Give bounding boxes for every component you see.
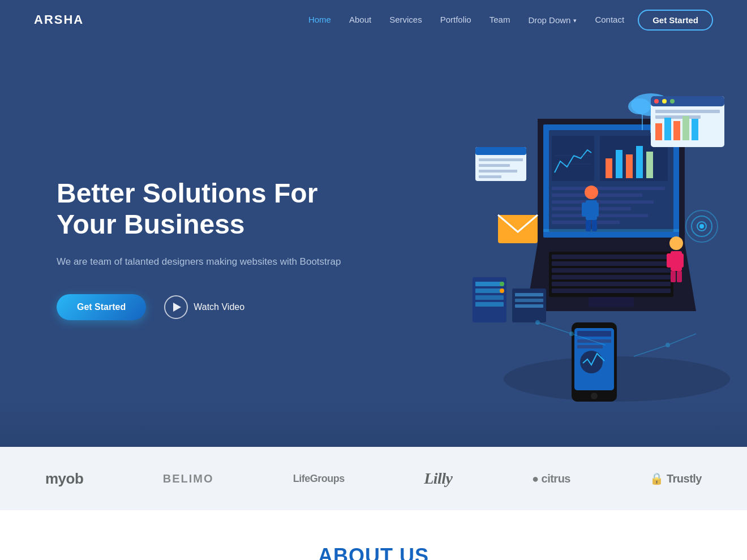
svg-line-88	[668, 334, 696, 345]
partner-lilly: Lilly	[424, 469, 452, 488]
svg-rect-32	[577, 331, 611, 337]
nav-item-about[interactable]: About	[349, 15, 371, 25]
partner-trustly-label: 🔒 Trustly	[650, 472, 702, 485]
svg-rect-8	[552, 282, 671, 286]
svg-point-57	[662, 99, 667, 104]
svg-rect-41	[475, 302, 504, 307]
hero-actions: Get Started Watch Video	[57, 294, 351, 320]
nav-link-about[interactable]: About	[349, 15, 371, 24]
svg-point-73	[669, 236, 683, 250]
nav-link-portfolio[interactable]: Portfolio	[440, 15, 471, 24]
svg-rect-70	[594, 203, 599, 217]
svg-rect-71	[586, 220, 591, 231]
nav-link-team[interactable]: Team	[490, 15, 510, 24]
svg-rect-77	[671, 271, 676, 282]
svg-rect-7	[552, 275, 671, 279]
svg-rect-16	[616, 150, 622, 178]
partner-myob-label: myob	[45, 470, 83, 488]
partner-lifegroups: LifeGroups	[293, 473, 345, 485]
svg-rect-15	[606, 158, 612, 178]
partner-lilly-label: Lilly	[424, 469, 452, 488]
svg-rect-20	[552, 136, 594, 181]
svg-rect-9	[552, 288, 671, 293]
svg-rect-6	[552, 268, 671, 273]
partner-belimo-label: BELIMO	[163, 472, 214, 485]
svg-point-89	[535, 320, 540, 325]
svg-rect-23	[552, 187, 665, 190]
svg-rect-46	[515, 299, 543, 302]
partner-citrus: ● citrus	[532, 472, 570, 485]
navbar: ARSHA Home About Services Portfolio Team…	[0, 0, 747, 40]
about-title: ABOUT US	[45, 544, 702, 560]
svg-rect-76	[679, 253, 684, 268]
svg-rect-55	[651, 96, 724, 106]
svg-point-36	[591, 393, 598, 399]
svg-point-85	[569, 331, 574, 336]
svg-rect-45	[515, 293, 543, 296]
svg-point-58	[670, 99, 675, 104]
watch-video-button[interactable]: Watch Video	[164, 295, 244, 319]
svg-point-67	[585, 186, 598, 199]
nav-link-home[interactable]: Home	[308, 15, 331, 24]
nav-item-contact[interactable]: Contact	[595, 15, 624, 25]
nav-item-dropdown[interactable]: Drop Down ▾	[528, 15, 577, 25]
svg-rect-60	[655, 115, 701, 119]
svg-rect-19	[646, 152, 653, 178]
nav-item-services[interactable]: Services	[389, 15, 422, 25]
brand-logo[interactable]: ARSHA	[34, 12, 84, 27]
svg-rect-91	[475, 147, 526, 155]
partner-belimo: BELIMO	[163, 472, 214, 485]
svg-rect-75	[667, 253, 672, 268]
svg-rect-4	[552, 255, 671, 259]
nav-dropdown-toggle[interactable]: Drop Down ▾	[528, 15, 577, 25]
nav-cta-button[interactable]: Get Started	[638, 10, 713, 31]
svg-rect-39	[475, 288, 504, 293]
svg-rect-65	[692, 119, 698, 140]
svg-point-42	[500, 282, 504, 286]
play-icon	[164, 295, 188, 319]
partner-lifegroups-label: LifeGroups	[293, 473, 345, 485]
nav-link-contact[interactable]: Contact	[595, 15, 624, 24]
hero-cta-button[interactable]: Get Started	[57, 294, 146, 320]
about-section: ABOUT US	[0, 510, 747, 560]
partner-citrus-label: ● citrus	[532, 472, 570, 485]
svg-rect-38	[475, 282, 504, 286]
svg-rect-61	[655, 123, 662, 140]
svg-rect-95	[479, 175, 501, 178]
nav-item-portfolio[interactable]: Portfolio	[440, 15, 471, 25]
svg-rect-27	[552, 214, 648, 217]
watch-video-label: Watch Video	[194, 302, 244, 312]
svg-point-49	[628, 98, 651, 114]
svg-rect-64	[682, 116, 689, 140]
svg-rect-78	[677, 271, 682, 282]
svg-rect-69	[582, 203, 587, 217]
svg-rect-18	[636, 146, 643, 178]
nav-item-home[interactable]: Home	[308, 15, 331, 25]
svg-rect-29	[543, 229, 679, 232]
svg-line-84	[538, 322, 572, 334]
svg-rect-94	[479, 170, 517, 173]
hero-title: Better Solutions For Your Business	[57, 178, 351, 240]
svg-rect-5	[552, 261, 671, 266]
svg-rect-72	[592, 220, 597, 231]
partners-strip: myob BELIMO LifeGroups Lilly ● citrus 🔒 …	[0, 447, 747, 510]
svg-rect-47	[515, 304, 543, 308]
svg-line-86	[634, 345, 668, 356]
svg-rect-93	[479, 164, 510, 167]
hero-subtitle: We are team of talanted designers making…	[57, 254, 351, 269]
nav-item-team[interactable]: Team	[490, 15, 510, 25]
svg-rect-34	[577, 345, 603, 348]
nav-links: Home About Services Portfolio Team Drop …	[308, 15, 624, 25]
partner-myob: myob	[45, 470, 83, 488]
hero-illustration	[379, 62, 730, 424]
svg-point-56	[654, 99, 659, 104]
svg-rect-25	[552, 200, 654, 204]
play-triangle-icon	[173, 303, 181, 312]
hero-content: Better Solutions For Your Business We ar…	[57, 155, 351, 320]
svg-rect-92	[479, 158, 523, 161]
svg-rect-10	[589, 297, 634, 307]
nav-link-services[interactable]: Services	[389, 15, 422, 24]
svg-rect-40	[475, 295, 504, 300]
svg-rect-63	[673, 121, 680, 140]
hero-section: Better Solutions For Your Business We ar…	[0, 40, 747, 447]
